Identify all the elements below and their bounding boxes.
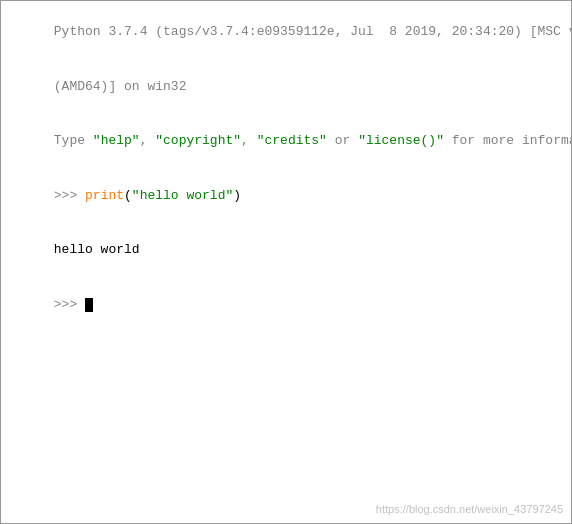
close-paren: )	[233, 188, 241, 203]
prompt1: >>>	[54, 188, 85, 203]
next-prompt-line: >>>	[7, 278, 565, 333]
watermark: https://blog.csdn.net/weixin_43797245	[376, 503, 563, 515]
platform-text: (AMD64)] on win32	[54, 79, 187, 94]
terminal-body[interactable]: Python 3.7.4 (tags/v3.7.4:e09359112e, Ju…	[1, 1, 571, 523]
string-argument: "hello world"	[132, 188, 233, 203]
sep3: or	[327, 133, 358, 148]
open-paren: (	[124, 188, 132, 203]
help-hint-line: Type "help", "copyright", "credits" or "…	[7, 114, 565, 169]
output-line: hello world	[7, 223, 565, 278]
license-keyword: "license()"	[358, 133, 444, 148]
help-keyword: "help"	[93, 133, 140, 148]
python-version-line1: Python 3.7.4 (tags/v3.7.4:e09359112e, Ju…	[7, 5, 565, 60]
copyright-keyword: "copyright"	[155, 133, 241, 148]
python-version-line2: (AMD64)] on win32	[7, 60, 565, 115]
print-keyword: print	[85, 188, 124, 203]
cursor	[85, 298, 93, 312]
terminal-window: Python 3.7.4 (tags/v3.7.4:e09359112e, Ju…	[0, 0, 572, 524]
credits-keyword: "credits"	[257, 133, 327, 148]
sep2: ,	[241, 133, 257, 148]
type-text: Type	[54, 133, 93, 148]
sep1: ,	[140, 133, 156, 148]
version-text: Python 3.7.4 (tags/v3.7.4:e09359112e, Ju…	[54, 24, 571, 39]
command-line: >>> print("hello world")	[7, 169, 565, 224]
for-more-text: for more information.	[444, 133, 571, 148]
prompt2: >>>	[54, 297, 85, 312]
output-text: hello world	[54, 242, 140, 257]
